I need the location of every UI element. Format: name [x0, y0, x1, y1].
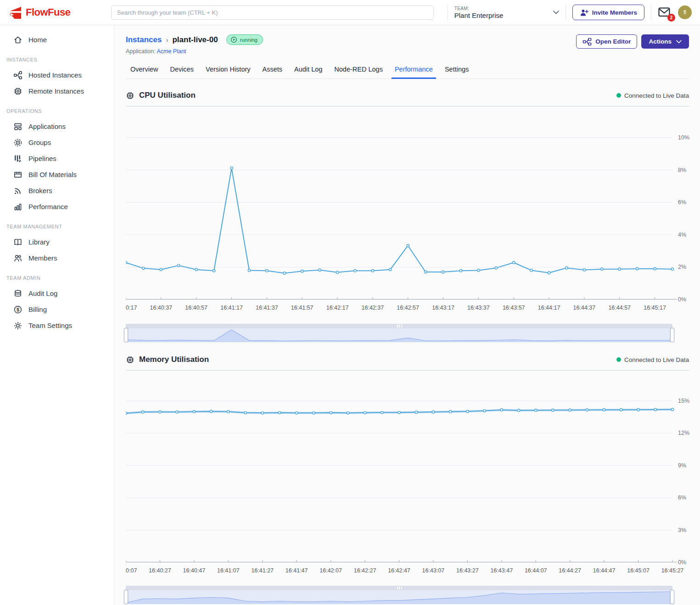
- team-selector[interactable]: TEAM: Plant Enterprise: [454, 6, 559, 19]
- tab-settings[interactable]: Settings: [442, 61, 472, 78]
- open-editor-button[interactable]: Open Editor: [576, 34, 637, 49]
- sidebar-item-label: Pipelines: [28, 155, 56, 162]
- sidebar-item-bill-of-materials[interactable]: Bill Of Materials: [0, 167, 114, 183]
- search-input[interactable]: [111, 6, 434, 20]
- x-axis-label: 16:41:17: [220, 305, 243, 311]
- sidebar-item-audit-log[interactable]: Audit Log: [0, 285, 114, 301]
- sidebar-item-hosted-instances[interactable]: Hosted Instances: [0, 67, 114, 83]
- range-handle-right[interactable]: [670, 328, 674, 342]
- x-axis-label: 16:45:27: [661, 567, 684, 574]
- x-axis-label: 16:44:07: [525, 567, 547, 574]
- sidebar-item-brokers[interactable]: Brokers: [0, 183, 114, 199]
- actions-button[interactable]: Actions: [641, 34, 689, 49]
- tab-audit-log[interactable]: Audit Log: [291, 61, 325, 78]
- sidebar-item-applications[interactable]: Applications: [0, 118, 114, 134]
- chevron-down-icon: [553, 11, 559, 14]
- x-axis-label: 0:07: [126, 567, 137, 574]
- x-axis-label: 16:40:27: [149, 567, 171, 574]
- y-axis-label: 12%: [678, 429, 689, 437]
- range-handle-right[interactable]: [670, 590, 674, 604]
- brokers-icon: [13, 186, 22, 195]
- applications-icon: [13, 122, 22, 131]
- range-handle-left[interactable]: [124, 590, 128, 604]
- y-axis-label: 9%: [678, 461, 686, 470]
- sidebar-item-performance[interactable]: Performance: [0, 199, 114, 215]
- section-divider: [126, 370, 689, 371]
- application-link[interactable]: Acme Plant: [157, 48, 186, 55]
- y-axis-label: 3%: [678, 526, 686, 534]
- x-axis-labels: 0:1716:40:3716:40:5716:41:1716:41:3716:4…: [126, 303, 689, 314]
- x-axis-label: 16:43:17: [432, 305, 454, 311]
- notifications-button[interactable]: 2: [658, 6, 672, 18]
- sidebar-item-label: Groups: [28, 139, 51, 146]
- memory-live-status: Connected to Live Data: [616, 356, 689, 363]
- add-user-icon: [580, 9, 588, 17]
- sidebar-item-library[interactable]: Library: [0, 234, 114, 250]
- y-axis-label: 6%: [678, 198, 686, 206]
- sidebar-item-label: Brokers: [28, 187, 52, 194]
- sidebar-item-pipelines[interactable]: Pipelines: [0, 150, 114, 167]
- play-circle-icon: [230, 36, 237, 43]
- flowfuse-logo[interactable]: FlowFuse: [0, 6, 111, 19]
- x-axis-label: 16:42:47: [388, 567, 410, 574]
- tab-version-history[interactable]: Version History: [202, 61, 254, 78]
- groups-icon: [13, 138, 22, 147]
- pipelines-icon: [13, 154, 22, 163]
- sidebar-item-label: Bill Of Materials: [28, 171, 77, 178]
- range-slider-preview[interactable]: [126, 328, 672, 342]
- y-axis-label: 10%: [678, 133, 689, 142]
- memory-chip-icon: [126, 355, 134, 364]
- tab-node-red-logs[interactable]: Node-RED Logs: [331, 61, 386, 78]
- chart-canvas: [126, 112, 689, 300]
- sidebar-item-label: Home: [28, 36, 47, 44]
- cpu-chart[interactable]: 0%2%4%6%8%10%0:1716:40:3716:40:5716:41:1…: [126, 112, 689, 314]
- y-axis-label: 8%: [678, 166, 686, 174]
- memory-chart[interactable]: 0%3%6%9%12%15%0:0716:40:2716:40:4716:41:…: [126, 377, 689, 577]
- tab-performance[interactable]: Performance: [392, 61, 436, 78]
- invite-members-button[interactable]: Invite Members: [572, 5, 644, 20]
- range-slider-track[interactable]: [126, 586, 672, 590]
- breadcrumb-instances-link[interactable]: Instances: [126, 35, 162, 44]
- sidebar-item-label: Audit Log: [28, 289, 57, 297]
- x-axis-label: 16:45:07: [627, 567, 650, 574]
- tab-devices[interactable]: Devices: [167, 61, 197, 78]
- sidebar-section-label: INSTANCES: [0, 48, 114, 67]
- range-slider-preview[interactable]: [126, 590, 672, 604]
- x-axis-label: 16:44:27: [559, 567, 581, 574]
- range-slider-track[interactable]: [126, 324, 672, 328]
- range-handle-left[interactable]: [124, 328, 128, 342]
- memory-range-slider[interactable]: [126, 586, 672, 604]
- sidebar: HomeINSTANCESHosted InstancesRemote Inst…: [0, 25, 114, 605]
- sidebar-item-groups[interactable]: Groups: [0, 134, 114, 150]
- sidebar-item-label: Team Settings: [28, 322, 72, 329]
- x-axis-label: 16:43:37: [467, 305, 490, 311]
- charts-content: CPU Utilisation Connected to Live Data 0…: [115, 79, 700, 604]
- breadcrumb-separator: ›: [166, 36, 168, 44]
- live-dot-icon: [616, 357, 621, 362]
- editor-nodes-icon: [582, 38, 592, 46]
- x-axis-label: 16:40:37: [150, 305, 172, 311]
- memory-section-title: Memory Utilisation: [139, 355, 209, 364]
- sidebar-item-billing[interactable]: $Billing: [0, 301, 114, 317]
- range-slider-grip-icon[interactable]: [397, 587, 402, 589]
- sidebar-item-remote-instances[interactable]: Remote Instances: [0, 83, 114, 99]
- status-badge-label: running: [240, 37, 258, 43]
- sidebar-item-members[interactable]: Members: [0, 250, 114, 266]
- cpu-live-status-label: Connected to Live Data: [624, 92, 689, 99]
- application-label: Application:: [126, 48, 156, 55]
- cpu-chip-icon: [126, 91, 134, 100]
- tab-overview[interactable]: Overview: [127, 61, 161, 78]
- cpu-range-slider[interactable]: [126, 324, 672, 342]
- sidebar-item-team-settings[interactable]: Team Settings: [0, 317, 114, 333]
- members-icon: [13, 254, 22, 263]
- sidebar-item-home[interactable]: Home: [0, 32, 114, 48]
- range-slider-grip-icon[interactable]: [397, 325, 402, 327]
- header-actions: TEAM: Plant Enterprise Invite Members: [448, 5, 700, 20]
- memory-utilisation-section: Memory Utilisation Connected to Live Dat…: [126, 342, 689, 604]
- hosted-instances-icon: [13, 71, 22, 80]
- x-axis-label: 16:41:57: [291, 305, 314, 311]
- user-avatar[interactable]: fl: [678, 6, 692, 19]
- tab-assets[interactable]: Assets: [259, 61, 286, 78]
- section-divider: [126, 106, 689, 106]
- x-axis-label: 16:44:17: [538, 305, 560, 311]
